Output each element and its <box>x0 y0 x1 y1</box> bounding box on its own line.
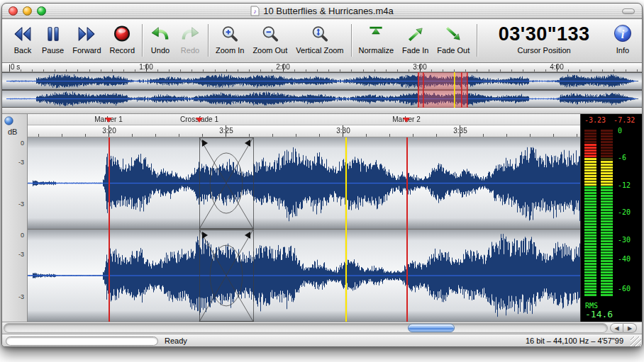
waveform-channel-right[interactable] <box>28 230 580 322</box>
db-scale-label: 0 <box>21 232 24 239</box>
time-ruler-label: 3:30 <box>336 127 350 135</box>
overview-waveform-canvas[interactable] <box>2 72 643 108</box>
status-text: Ready <box>165 336 187 345</box>
fade-in-icon <box>406 25 425 43</box>
marker-triangle[interactable] <box>403 118 410 126</box>
horizontal-scrollbar[interactable]: ◀ ▶ <box>2 322 642 334</box>
meter-scale-label: -40 <box>618 255 631 263</box>
meter-scale-label: -12 <box>618 181 631 189</box>
amplitude-axis: dB 0-3-30-3-3 <box>2 114 28 322</box>
zoom-out-button[interactable]: Zoom Out <box>248 22 292 55</box>
normalize-icon <box>367 25 385 43</box>
overview-waveform[interactable] <box>2 72 642 108</box>
resize-grip[interactable] <box>631 336 641 347</box>
window-controls <box>9 6 46 16</box>
overview-time-label: 0 s <box>11 63 20 71</box>
fade-in-button[interactable]: Fade In <box>398 22 433 55</box>
meter-scale-label: 0 <box>618 127 622 135</box>
normalize-button[interactable]: Normalize <box>355 22 399 55</box>
toolbar-separator <box>208 24 209 57</box>
vertical-zoom-button[interactable]: Vertical Zoom <box>292 22 348 55</box>
forward-button[interactable]: Forward <box>68 22 105 55</box>
status-bar: Ready 16 bit – 44,100 Hz – 4'57"99 <box>2 334 642 347</box>
button-label: Redo <box>181 46 199 55</box>
button-label: Fade Out <box>437 46 470 55</box>
button-label: Zoom Out <box>252 46 287 55</box>
marker-line[interactable] <box>109 137 110 322</box>
time-ruler[interactable]: 3:203:253:303:35 <box>28 125 580 137</box>
scrollbar-track[interactable] <box>4 323 608 333</box>
titlebar[interactable]: ♪ 10 Butterflies & Hurricanes.m4a <box>2 4 642 19</box>
waveform-channel-left[interactable] <box>28 137 580 229</box>
window-title: ♪ 10 Butterflies & Hurricanes.m4a <box>45 6 599 16</box>
playback-cursor[interactable] <box>345 137 347 322</box>
svg-text:♪: ♪ <box>253 8 257 15</box>
format-info: 16 bit – 44,100 Hz – 4'57"99 <box>526 336 623 345</box>
marker-line[interactable] <box>406 137 408 322</box>
toolbar-toggle-button[interactable] <box>622 9 635 14</box>
button-label: Normalize <box>359 46 394 55</box>
rms-readout: RMS -14.6 <box>585 302 613 319</box>
overview-time-label: 3:00 <box>413 63 426 71</box>
back-button[interactable]: Back <box>8 22 38 55</box>
track-options-icon[interactable] <box>4 115 13 128</box>
button-label: Undo <box>151 46 170 55</box>
undo-button[interactable]: Undo <box>145 22 175 55</box>
fast-forward-icon <box>76 25 97 43</box>
level-meters: -3.23 -7.32 RMS -14.6 0-6-12-20-30-40-60 <box>580 114 643 322</box>
record-icon <box>111 24 133 44</box>
button-label: Pause <box>42 46 64 55</box>
marker-strip[interactable]: Marker 1Crossfade 1Marker 2 <box>28 114 580 125</box>
overview-time-label: 4:00 <box>550 63 563 71</box>
db-scale-label: -3 <box>18 159 24 166</box>
audio-file-icon: ♪ <box>250 6 260 16</box>
redo-button[interactable]: Redo <box>175 22 205 55</box>
fade-out-button[interactable]: Fade Out <box>433 22 474 55</box>
button-label: Forward <box>72 46 101 55</box>
cursor-position-value: 03'30"133 <box>499 22 590 46</box>
rewind-icon <box>12 25 33 43</box>
overview-time-label: 1:00 <box>139 63 152 71</box>
toolbar: Back Pause Forward Record <box>2 19 642 63</box>
time-ruler-label: 3:35 <box>453 127 467 135</box>
button-label: Record <box>110 46 135 55</box>
toolbar-separator <box>477 24 477 57</box>
progress-indicator <box>6 336 158 346</box>
db-scale-label: 0 <box>21 140 24 147</box>
scroll-right-button[interactable]: ▶ <box>623 323 637 333</box>
meter-scale-label: -60 <box>618 285 631 293</box>
toolbar-separator <box>351 24 352 57</box>
zoom-out-icon <box>261 25 279 43</box>
window-title-text: 10 Butterflies & Hurricanes.m4a <box>263 6 394 16</box>
scrollbar-arrows: ◀ ▶ <box>610 323 637 333</box>
toolbar-separator <box>142 24 143 57</box>
button-label: Zoom In <box>216 46 244 55</box>
waveform-display[interactable] <box>28 137 580 322</box>
scrollbar-thumb[interactable] <box>408 324 455 332</box>
peak-left-value: -3.23 <box>584 116 606 124</box>
marker-triangle[interactable] <box>196 118 203 126</box>
meter-scale-label: -6 <box>618 154 626 162</box>
meter-bars <box>584 130 614 297</box>
record-button[interactable]: Record <box>106 22 139 55</box>
undo-icon <box>150 25 171 43</box>
db-axis-label: dB <box>8 128 17 136</box>
overview-ruler[interactable]: 0 s1:002:003:004:00 <box>2 63 642 72</box>
peak-right-value: -7.32 <box>614 116 635 124</box>
zoom-in-button[interactable]: Zoom In <box>211 22 248 55</box>
pane-divider <box>2 108 642 114</box>
minimize-button[interactable] <box>23 6 32 16</box>
overview-time-label: 2:00 <box>276 63 289 71</box>
meter-scale-label: -30 <box>618 236 631 244</box>
info-button[interactable]: i Info <box>608 22 638 55</box>
db-scale-label: -3 <box>18 293 24 300</box>
info-icon: i <box>612 23 633 45</box>
marker-triangle[interactable] <box>105 118 112 126</box>
db-scale-label: -3 <box>18 251 24 258</box>
scroll-left-button[interactable]: ◀ <box>610 323 623 333</box>
pause-icon <box>44 25 62 43</box>
close-button[interactable] <box>9 6 18 16</box>
button-label: Vertical Zoom <box>296 46 343 55</box>
pause-button[interactable]: Pause <box>38 22 68 55</box>
wave-editor: Marker 1Crossfade 1Marker 2 3:203:253:30… <box>28 114 580 322</box>
